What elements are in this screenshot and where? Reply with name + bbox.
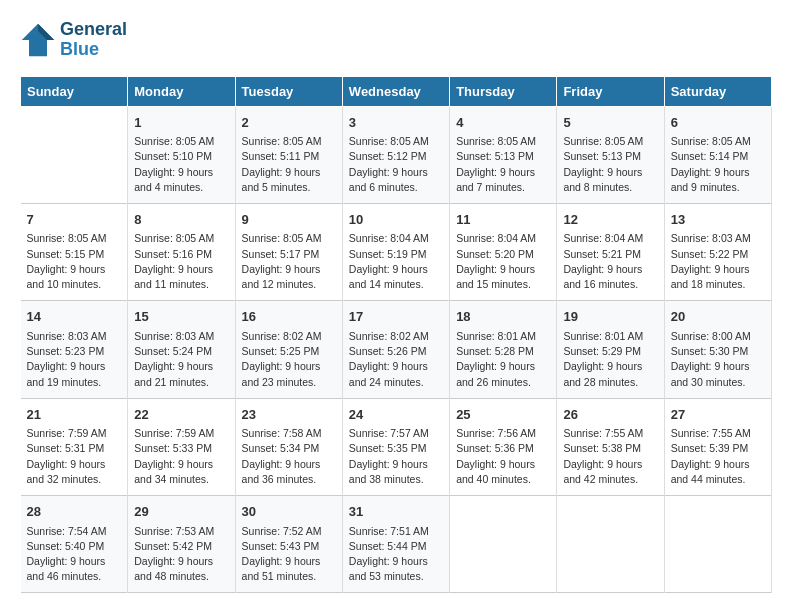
calendar-cell: 30Sunrise: 7:52 AMSunset: 5:43 PMDayligh…: [235, 496, 342, 593]
day-info: Sunrise: 7:51 AMSunset: 5:44 PMDaylight:…: [349, 524, 443, 585]
day-info: Sunrise: 7:55 AMSunset: 5:38 PMDaylight:…: [563, 426, 657, 487]
day-info: Sunrise: 8:05 AMSunset: 5:16 PMDaylight:…: [134, 231, 228, 292]
day-info: Sunrise: 8:05 AMSunset: 5:12 PMDaylight:…: [349, 134, 443, 195]
day-number: 2: [242, 113, 336, 133]
calendar-cell: [664, 496, 771, 593]
calendar-cell: 17Sunrise: 8:02 AMSunset: 5:26 PMDayligh…: [342, 301, 449, 398]
day-number: 14: [27, 307, 122, 327]
calendar-cell: 2Sunrise: 8:05 AMSunset: 5:11 PMDaylight…: [235, 106, 342, 203]
calendar-cell: 7Sunrise: 8:05 AMSunset: 5:15 PMDaylight…: [21, 203, 128, 300]
day-number: 30: [242, 502, 336, 522]
calendar-week-1: 1Sunrise: 8:05 AMSunset: 5:10 PMDaylight…: [21, 106, 772, 203]
day-number: 3: [349, 113, 443, 133]
day-number: 27: [671, 405, 765, 425]
header-cell-tuesday: Tuesday: [235, 76, 342, 106]
day-number: 29: [134, 502, 228, 522]
day-info: Sunrise: 7:55 AMSunset: 5:39 PMDaylight:…: [671, 426, 765, 487]
day-number: 8: [134, 210, 228, 230]
calendar-cell: 1Sunrise: 8:05 AMSunset: 5:10 PMDaylight…: [128, 106, 235, 203]
day-number: 17: [349, 307, 443, 327]
day-info: Sunrise: 8:05 AMSunset: 5:11 PMDaylight:…: [242, 134, 336, 195]
calendar-cell: 21Sunrise: 7:59 AMSunset: 5:31 PMDayligh…: [21, 398, 128, 495]
day-number: 28: [27, 502, 122, 522]
day-number: 12: [563, 210, 657, 230]
day-number: 18: [456, 307, 550, 327]
day-info: Sunrise: 8:05 AMSunset: 5:14 PMDaylight:…: [671, 134, 765, 195]
day-info: Sunrise: 8:05 AMSunset: 5:13 PMDaylight:…: [456, 134, 550, 195]
day-info: Sunrise: 7:56 AMSunset: 5:36 PMDaylight:…: [456, 426, 550, 487]
calendar-cell: 10Sunrise: 8:04 AMSunset: 5:19 PMDayligh…: [342, 203, 449, 300]
day-number: 19: [563, 307, 657, 327]
calendar-cell: 15Sunrise: 8:03 AMSunset: 5:24 PMDayligh…: [128, 301, 235, 398]
header-cell-thursday: Thursday: [450, 76, 557, 106]
calendar-cell: [21, 106, 128, 203]
calendar-cell: 4Sunrise: 8:05 AMSunset: 5:13 PMDaylight…: [450, 106, 557, 203]
day-info: Sunrise: 7:54 AMSunset: 5:40 PMDaylight:…: [27, 524, 122, 585]
day-number: 21: [27, 405, 122, 425]
calendar-cell: 26Sunrise: 7:55 AMSunset: 5:38 PMDayligh…: [557, 398, 664, 495]
day-info: Sunrise: 8:04 AMSunset: 5:20 PMDaylight:…: [456, 231, 550, 292]
day-info: Sunrise: 7:59 AMSunset: 5:31 PMDaylight:…: [27, 426, 122, 487]
calendar-cell: 9Sunrise: 8:05 AMSunset: 5:17 PMDaylight…: [235, 203, 342, 300]
logo-text: GeneralBlue: [60, 20, 127, 60]
calendar-table: SundayMondayTuesdayWednesdayThursdayFrid…: [20, 76, 772, 594]
day-number: 20: [671, 307, 765, 327]
day-number: 15: [134, 307, 228, 327]
header-cell-sunday: Sunday: [21, 76, 128, 106]
calendar-cell: 23Sunrise: 7:58 AMSunset: 5:34 PMDayligh…: [235, 398, 342, 495]
calendar-cell: 24Sunrise: 7:57 AMSunset: 5:35 PMDayligh…: [342, 398, 449, 495]
header-cell-monday: Monday: [128, 76, 235, 106]
day-info: Sunrise: 7:53 AMSunset: 5:42 PMDaylight:…: [134, 524, 228, 585]
day-info: Sunrise: 7:58 AMSunset: 5:34 PMDaylight:…: [242, 426, 336, 487]
calendar-week-3: 14Sunrise: 8:03 AMSunset: 5:23 PMDayligh…: [21, 301, 772, 398]
logo-icon: [20, 22, 56, 58]
calendar-week-4: 21Sunrise: 7:59 AMSunset: 5:31 PMDayligh…: [21, 398, 772, 495]
calendar-cell: [450, 496, 557, 593]
header-cell-friday: Friday: [557, 76, 664, 106]
day-info: Sunrise: 8:05 AMSunset: 5:15 PMDaylight:…: [27, 231, 122, 292]
day-number: 11: [456, 210, 550, 230]
calendar-cell: 18Sunrise: 8:01 AMSunset: 5:28 PMDayligh…: [450, 301, 557, 398]
header-cell-wednesday: Wednesday: [342, 76, 449, 106]
day-number: 25: [456, 405, 550, 425]
day-number: 9: [242, 210, 336, 230]
day-number: 10: [349, 210, 443, 230]
day-number: 13: [671, 210, 765, 230]
calendar-cell: 8Sunrise: 8:05 AMSunset: 5:16 PMDaylight…: [128, 203, 235, 300]
calendar-week-2: 7Sunrise: 8:05 AMSunset: 5:15 PMDaylight…: [21, 203, 772, 300]
day-info: Sunrise: 8:05 AMSunset: 5:13 PMDaylight:…: [563, 134, 657, 195]
day-info: Sunrise: 8:02 AMSunset: 5:26 PMDaylight:…: [349, 329, 443, 390]
calendar-cell: 27Sunrise: 7:55 AMSunset: 5:39 PMDayligh…: [664, 398, 771, 495]
calendar-cell: 22Sunrise: 7:59 AMSunset: 5:33 PMDayligh…: [128, 398, 235, 495]
day-number: 24: [349, 405, 443, 425]
day-info: Sunrise: 8:02 AMSunset: 5:25 PMDaylight:…: [242, 329, 336, 390]
day-info: Sunrise: 8:05 AMSunset: 5:10 PMDaylight:…: [134, 134, 228, 195]
day-number: 6: [671, 113, 765, 133]
day-number: 4: [456, 113, 550, 133]
day-number: 5: [563, 113, 657, 133]
calendar-cell: 20Sunrise: 8:00 AMSunset: 5:30 PMDayligh…: [664, 301, 771, 398]
calendar-cell: 28Sunrise: 7:54 AMSunset: 5:40 PMDayligh…: [21, 496, 128, 593]
day-info: Sunrise: 7:59 AMSunset: 5:33 PMDaylight:…: [134, 426, 228, 487]
day-number: 23: [242, 405, 336, 425]
day-number: 7: [27, 210, 122, 230]
day-number: 26: [563, 405, 657, 425]
calendar-cell: [557, 496, 664, 593]
calendar-cell: 13Sunrise: 8:03 AMSunset: 5:22 PMDayligh…: [664, 203, 771, 300]
calendar-header-row: SundayMondayTuesdayWednesdayThursdayFrid…: [21, 76, 772, 106]
calendar-week-5: 28Sunrise: 7:54 AMSunset: 5:40 PMDayligh…: [21, 496, 772, 593]
day-info: Sunrise: 7:57 AMSunset: 5:35 PMDaylight:…: [349, 426, 443, 487]
calendar-cell: 12Sunrise: 8:04 AMSunset: 5:21 PMDayligh…: [557, 203, 664, 300]
day-info: Sunrise: 8:01 AMSunset: 5:28 PMDaylight:…: [456, 329, 550, 390]
calendar-cell: 25Sunrise: 7:56 AMSunset: 5:36 PMDayligh…: [450, 398, 557, 495]
day-info: Sunrise: 8:03 AMSunset: 5:22 PMDaylight:…: [671, 231, 765, 292]
calendar-cell: 16Sunrise: 8:02 AMSunset: 5:25 PMDayligh…: [235, 301, 342, 398]
day-number: 1: [134, 113, 228, 133]
logo: GeneralBlue: [20, 20, 127, 60]
day-info: Sunrise: 8:01 AMSunset: 5:29 PMDaylight:…: [563, 329, 657, 390]
day-number: 31: [349, 502, 443, 522]
day-info: Sunrise: 8:00 AMSunset: 5:30 PMDaylight:…: [671, 329, 765, 390]
day-info: Sunrise: 8:03 AMSunset: 5:24 PMDaylight:…: [134, 329, 228, 390]
calendar-cell: 14Sunrise: 8:03 AMSunset: 5:23 PMDayligh…: [21, 301, 128, 398]
calendar-cell: 11Sunrise: 8:04 AMSunset: 5:20 PMDayligh…: [450, 203, 557, 300]
